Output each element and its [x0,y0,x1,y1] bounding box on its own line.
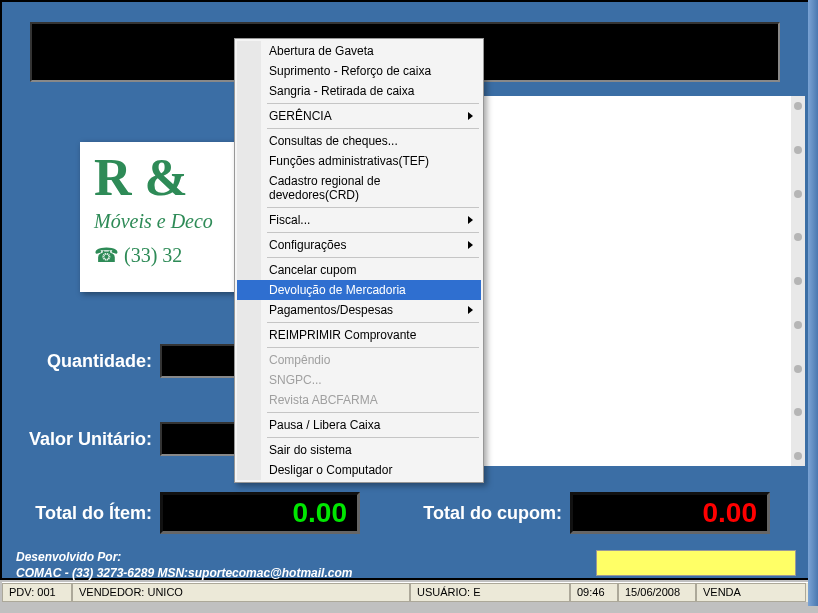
menu-item: Revista ABCFARMA [237,390,481,410]
status-bar: PDV: 001 VENDEDOR: UNICO USUÁRIO: E 09:4… [2,582,812,602]
unit-price-label: Valor Unitário: [20,429,152,450]
menu-separator [267,347,479,348]
menu-item[interactable]: Configurações [237,235,481,255]
message-box [596,550,796,576]
status-time: 09:46 [570,583,618,602]
window-edge [808,0,818,606]
coupon-total-row: Total do cupom: 0.00 [402,492,770,534]
menu-separator [267,412,479,413]
coupon-total-label: Total do cupom: [402,503,562,524]
menu-item[interactable]: GERÊNCIA [237,106,481,126]
menu-item[interactable]: Abertura de Gaveta [237,41,481,61]
menu-item[interactable]: REIMPRIMIR Comprovante [237,325,481,345]
status-vendedor: VENDEDOR: UNICO [72,583,410,602]
menu-item[interactable]: Cancelar cupom [237,260,481,280]
status-date: 15/06/2008 [618,583,696,602]
receipt-panel [482,96,792,466]
menu-item[interactable]: Sangria - Retirada de caixa [237,81,481,101]
menu-item[interactable]: Cadastro regional de devedores(CRD) [237,171,481,205]
menu-item[interactable]: Fiscal... [237,210,481,230]
menu-separator [267,103,479,104]
coupon-total-value: 0.00 [570,492,770,534]
developer-credit: Desenvolvido Por: COMAC - (33) 3273-6289… [16,550,352,581]
dev-line2: COMAC - (33) 3273-6289 MSN:suportecomac@… [16,566,352,582]
item-total-value: 0.00 [160,492,360,534]
status-usuario: USUÁRIO: E [410,583,570,602]
menu-item[interactable]: Sair do sistema [237,440,481,460]
menu-separator [267,128,479,129]
item-total-label: Total do Ítem: [20,503,152,524]
menu-item: SNGPC... [237,370,481,390]
chevron-right-icon [468,216,473,224]
menu-item[interactable]: Devolução de Mercadoria [237,280,481,300]
menu-separator [267,232,479,233]
chevron-right-icon [468,241,473,249]
menu-item[interactable]: Funções administrativas(TEF) [237,151,481,171]
receipt-perforation [791,96,805,466]
menu-separator [267,257,479,258]
menu-item[interactable]: Consultas de cheques... [237,131,481,151]
app-window: RE R & Móveis e Deco ☎ (33) 32 Quantidad… [0,0,808,580]
context-menu[interactable]: Abertura de GavetaSuprimento - Reforço d… [234,38,484,483]
status-pdv: PDV: 001 [2,583,72,602]
dev-line1: Desenvolvido Por: [16,550,352,566]
menu-item[interactable]: Suprimento - Reforço de caixa [237,61,481,81]
status-mode: VENDA [696,583,806,602]
chevron-right-icon [468,112,473,120]
menu-separator [267,437,479,438]
menu-separator [267,322,479,323]
menu-separator [267,207,479,208]
menu-item: Compêndio [237,350,481,370]
item-total-row: Total do Ítem: 0.00 [20,492,360,534]
quantity-label: Quantidade: [20,351,152,372]
menu-item[interactable]: Pagamentos/Despesas [237,300,481,320]
menu-item[interactable]: Desligar o Computador [237,460,481,480]
chevron-right-icon [468,306,473,314]
menu-item[interactable]: Pausa / Libera Caixa [237,415,481,435]
